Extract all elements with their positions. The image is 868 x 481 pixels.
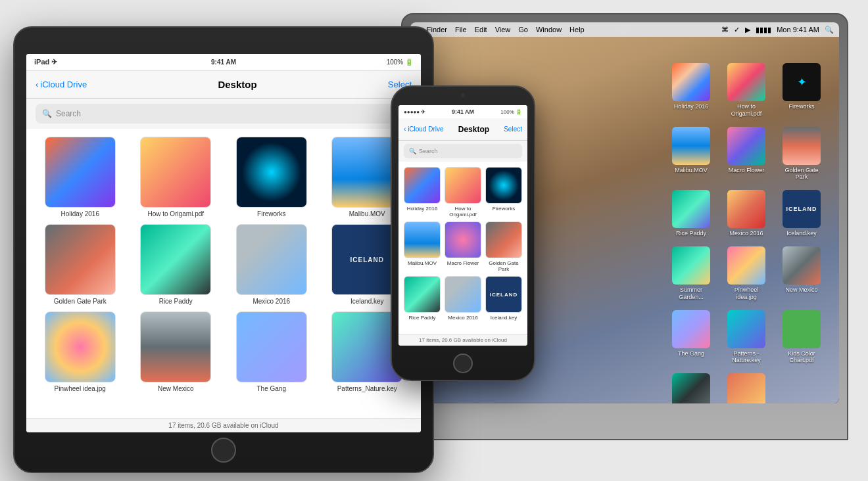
desktop-icon-15[interactable]: Forest xyxy=(668,373,714,403)
window-menu[interactable]: Window xyxy=(536,26,562,34)
ipad-file-item-4[interactable]: Golden Gate Park xyxy=(36,224,125,305)
iphone: ●●●●● ✈ 9:41 AM 100% 🔋 ‹ iCloud Drive De… xyxy=(391,85,535,381)
desktop-icon-10[interactable]: Pinwheel idea.jpg xyxy=(723,246,769,301)
desktop-icon-thumb-0 xyxy=(672,63,710,101)
desktop-icon-8[interactable]: ICELAND Iceland.key xyxy=(779,190,825,237)
menubar-right: ⌘ ✓ ▶ ▮▮▮▮ Mon 9:41 AM 🔍 xyxy=(721,26,834,34)
ipad-file-thumb-8 xyxy=(45,311,116,382)
desktop-icon-thumb-14 xyxy=(783,310,821,348)
iphone-file-grid: Holiday 2016 How to Origami.pdf Firework… xyxy=(398,162,527,326)
ipad-back-label[interactable]: iCloud Drive xyxy=(40,80,87,89)
ipad-nav-title: Desktop xyxy=(87,79,388,90)
iphone-footer: 17 items, 20.6 GB available on iCloud xyxy=(398,334,527,346)
ipad-file-thumb-1 xyxy=(140,137,211,208)
desktop-icon-label-12: The Gang xyxy=(678,350,704,357)
iphone-file-thumb-0 xyxy=(404,167,441,204)
desktop-icon-label-10: Pinwheel idea.jpg xyxy=(725,286,768,301)
iphone-file-item-4[interactable]: Macro Flower xyxy=(445,221,481,272)
ipad-body: iPad ✈ 9:41 AM 100% 🔋 ‹ iCloud Drive Des… xyxy=(13,26,434,473)
desktop-icon-12[interactable]: The Gang xyxy=(668,310,714,365)
iphone-file-item-2[interactable]: Fireworks xyxy=(485,167,522,218)
desktop-icon-6[interactable]: Rice Paddy xyxy=(668,190,714,237)
ipad-file-item-9[interactable]: New Mexico xyxy=(132,311,221,392)
desktop-icons-grid: Holiday 2016 How to Origami.pdf ✦ Firewo… xyxy=(662,57,831,403)
desktop-icon-0[interactable]: Holiday 2016 xyxy=(668,63,714,118)
go-menu[interactable]: Go xyxy=(518,26,528,34)
ipad-home-button[interactable] xyxy=(211,438,236,463)
iphone-file-thumb-8: ICELAND xyxy=(485,276,522,313)
desktop-icon-thumb-10 xyxy=(727,246,765,285)
iphone-file-item-0[interactable]: Holiday 2016 xyxy=(404,167,441,218)
ipad-file-item-0[interactable]: Holiday 2016 xyxy=(36,137,125,218)
desktop-icon-thumb-5 xyxy=(783,127,821,165)
desktop-icon-label-5: Golden Gate Park xyxy=(780,167,823,181)
menubar-wifi-icon: ⌘ xyxy=(721,26,729,34)
iphone-select-button[interactable]: Select xyxy=(504,126,522,133)
desktop-icon-5[interactable]: Golden Gate Park xyxy=(779,127,825,181)
iphone-file-item-3[interactable]: Malibu.MOV xyxy=(404,221,441,272)
desktop-icon-3[interactable]: Malibu.MOV xyxy=(668,127,714,181)
iphone-file-item-5[interactable]: Golden Gate Park xyxy=(485,221,522,272)
ipad-status-right: 100% 🔋 xyxy=(287,58,413,66)
macbook-menubar:  Finder File Edit View Go Window Help ⌘… xyxy=(410,22,839,37)
iphone-camera xyxy=(461,93,465,97)
menubar-volume-icon: ▶ xyxy=(745,26,750,34)
iphone-search-bar: 🔍 Search xyxy=(398,141,527,162)
desktop-icon-label-3: Malibu.MOV xyxy=(675,167,708,174)
desktop-icon-7[interactable]: Mexico 2016 xyxy=(723,190,769,237)
ipad-file-item-8[interactable]: Pinwheel idea.jpg xyxy=(36,311,125,392)
ipad-file-item-1[interactable]: How to Origami.pdf xyxy=(132,137,221,218)
desktop-icon-13[interactable]: Patterns - Nature.key xyxy=(723,310,769,365)
iphone-search-placeholder: Search xyxy=(419,148,438,154)
ipad-search-icon: 🔍 xyxy=(42,109,52,118)
ipad-back-button[interactable]: ‹ iCloud Drive xyxy=(36,80,87,89)
ipad-file-label-10: The Gang xyxy=(257,385,286,392)
iphone-file-label-6: Rice Paddy xyxy=(409,315,436,321)
iphone-file-item-1[interactable]: How to Origami.pdf xyxy=(445,167,481,218)
iphone-file-label-1: How to Origami.pdf xyxy=(445,206,481,218)
iphone-back-chevron: ‹ xyxy=(404,126,406,133)
iphone-file-thumb-6 xyxy=(404,276,441,313)
desktop-icon-label-0: Holiday 2016 xyxy=(674,103,709,110)
desktop-icon-14[interactable]: Kids Color Chart.pdf xyxy=(779,310,825,365)
desktop-icon-thumb-1 xyxy=(727,63,765,101)
iphone-home-button[interactable] xyxy=(453,354,473,373)
desktop-icon-label-8: Iceland.key xyxy=(786,230,817,237)
iphone-footer-text: 17 items, 20.6 GB available on iCloud xyxy=(419,337,507,343)
desktop-icon-16[interactable]: The Art of Sign Painting.pages xyxy=(723,373,769,403)
iphone-back-label[interactable]: iCloud Drive xyxy=(408,126,443,133)
desktop-icon-2[interactable]: ✦ Fireworks xyxy=(779,63,825,118)
desktop-icon-1[interactable]: How to Origami.pdf xyxy=(723,63,769,118)
desktop-icon-9[interactable]: Summer Garden... xyxy=(668,246,714,301)
desktop-icon-label-13: Patterns - Nature.key xyxy=(725,350,768,365)
desktop-icon-label-4: Macro Flower xyxy=(729,167,765,174)
edit-menu[interactable]: Edit xyxy=(475,26,487,34)
ipad-file-item-10[interactable]: The Gang xyxy=(227,311,316,392)
iphone-nav-title: Desktop xyxy=(444,125,504,134)
iphone-back-button[interactable]: ‹ iCloud Drive xyxy=(404,126,444,133)
ipad-file-label-7: Iceland.key xyxy=(350,298,384,305)
ipad-file-item-5[interactable]: Rice Paddy xyxy=(132,224,221,305)
desktop-icon-thumb-7 xyxy=(727,190,765,228)
ipad-search-bar: 🔍 Search xyxy=(26,99,421,129)
iphone-file-item-7[interactable]: Mexico 2016 xyxy=(445,276,481,321)
ipad-file-item-6[interactable]: Mexico 2016 xyxy=(227,224,316,305)
view-menu[interactable]: View xyxy=(495,26,511,34)
ipad-file-item-2[interactable]: Fireworks xyxy=(227,137,316,218)
desktop-icon-thumb-16 xyxy=(727,373,765,403)
file-menu[interactable]: File xyxy=(455,26,467,34)
iphone-file-item-8[interactable]: ICELAND Iceland.key xyxy=(485,276,522,321)
desktop-icon-thumb-8: ICELAND xyxy=(783,190,821,228)
desktop-icon-label-9: Summer Garden... xyxy=(669,286,713,301)
iphone-file-label-4: Macro Flower xyxy=(447,260,479,266)
ipad-search-input[interactable]: 🔍 Search xyxy=(36,104,412,124)
iphone-file-item-6[interactable]: Rice Paddy xyxy=(404,276,441,321)
iphone-search-input[interactable]: 🔍 Search xyxy=(404,144,522,158)
ipad-file-label-8: Pinwheel idea.jpg xyxy=(55,385,106,392)
desktop-icon-label-6: Rice Paddy xyxy=(676,230,706,237)
desktop-icon-11[interactable]: New Mexico xyxy=(779,246,825,301)
desktop-icon-4[interactable]: Macro Flower xyxy=(723,127,769,181)
menubar-search-icon[interactable]: 🔍 xyxy=(825,26,834,34)
help-menu[interactable]: Help xyxy=(569,26,585,34)
ipad-file-label-9: New Mexico xyxy=(158,385,193,392)
